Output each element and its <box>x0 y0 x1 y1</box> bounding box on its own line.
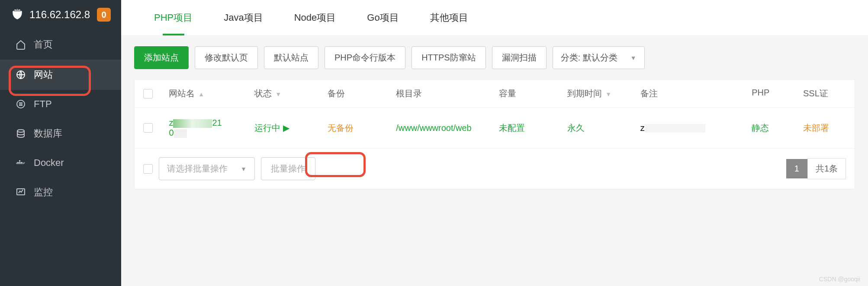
database-icon <box>16 128 26 139</box>
note-cell[interactable]: z <box>640 123 752 133</box>
sidebar-item-label: 网站 <box>34 68 53 81</box>
https-button[interactable]: HTTPS防窜站 <box>411 46 486 69</box>
ftp-icon <box>16 99 26 109</box>
sites-table: 网站名 ▲ 状态 ▼ 备份 根目录 容量 到期时间 ▼ 备注 PHP SSL证 … <box>134 79 855 189</box>
default-site-button[interactable]: 默认站点 <box>264 46 318 69</box>
select-all-checkbox[interactable] <box>143 89 153 99</box>
globe-icon <box>16 70 26 80</box>
sidebar-item-home[interactable]: 首页 <box>0 29 121 60</box>
sort-icon: ▼ <box>273 91 281 98</box>
col-capacity: 容量 <box>499 88 567 99</box>
svg-point-2 <box>17 130 24 132</box>
status-cell[interactable]: 运行中▶ <box>254 122 327 134</box>
col-name[interactable]: 网站名 ▲ <box>169 88 254 99</box>
row-checkbox[interactable] <box>143 123 153 133</box>
add-site-button[interactable]: 添加站点 <box>134 46 189 69</box>
col-root: 根目录 <box>396 88 499 99</box>
page-total: 共1条 <box>807 158 846 179</box>
sidebar-item-label: 监控 <box>34 186 53 199</box>
table-footer: 请选择批量操作 ▼ 批量操作 1 共1条 <box>135 149 855 189</box>
table-row: z21 0 运行中▶ 无备份 /www/wwwroot/web 未配置 永久 z… <box>135 108 855 149</box>
censored-text <box>645 124 705 133</box>
batch-action-button[interactable]: 批量操作 <box>261 157 315 180</box>
modify-default-button[interactable]: 修改默认页 <box>195 46 258 69</box>
col-expire[interactable]: 到期时间 ▼ <box>567 88 640 99</box>
capacity-cell[interactable]: 未配置 <box>499 122 567 134</box>
category-select[interactable]: 分类: 默认分类 ▼ <box>553 46 645 69</box>
tab-node[interactable]: Node项目 <box>279 0 352 35</box>
sort-icon: ▼ <box>604 91 611 98</box>
footer-checkbox[interactable] <box>143 164 153 174</box>
page-1-button[interactable]: 1 <box>786 159 807 178</box>
censored-text <box>174 129 187 138</box>
logo-icon <box>10 8 24 22</box>
root-cell[interactable]: /www/wwwroot/web <box>396 123 499 133</box>
col-backup: 备份 <box>328 88 396 99</box>
sidebar-item-database[interactable]: 数据库 <box>0 118 121 149</box>
svg-rect-6 <box>19 160 20 162</box>
notification-badge[interactable]: 0 <box>97 8 111 22</box>
sidebar: 116.62.162.8 0 首页 网站 FTP 数据库 Docker 监控 <box>0 0 121 286</box>
server-ip: 116.62.162.8 <box>29 9 92 21</box>
expire-cell[interactable]: 永久 <box>567 122 640 134</box>
ssl-cell[interactable]: 未部署 <box>803 122 846 134</box>
tab-php[interactable]: PHP项目 <box>138 0 208 35</box>
pagination: 1 共1条 <box>786 158 846 179</box>
chevron-down-icon: ▼ <box>241 165 247 172</box>
home-icon <box>16 39 26 50</box>
backup-cell[interactable]: 无备份 <box>328 122 396 134</box>
docker-icon <box>16 158 26 168</box>
sidebar-item-label: 数据库 <box>34 127 62 140</box>
monitor-icon <box>16 187 26 197</box>
sidebar-item-label: Docker <box>34 157 64 168</box>
chevron-down-icon: ▼ <box>630 54 637 61</box>
site-name-cell[interactable]: z21 0 <box>169 118 254 138</box>
play-icon: ▶ <box>283 123 289 133</box>
php-cli-button[interactable]: PHP命令行版本 <box>325 46 405 69</box>
sort-icon: ▲ <box>196 91 204 98</box>
main-content: PHP项目 Java项目 Node项目 Go项目 其他项目 添加站点 修改默认页… <box>121 0 868 286</box>
sidebar-header: 116.62.162.8 0 <box>0 0 121 29</box>
col-note: 备注 <box>640 88 752 99</box>
sidebar-item-monitor[interactable]: 监控 <box>0 177 121 207</box>
category-label: 分类: 默认分类 <box>561 52 617 64</box>
col-status[interactable]: 状态 ▼ <box>254 88 327 99</box>
toolbar: 添加站点 修改默认页 默认站点 PHP命令行版本 HTTPS防窜站 漏洞扫描 分… <box>121 36 868 79</box>
tab-java[interactable]: Java项目 <box>208 0 278 35</box>
sidebar-item-ftp[interactable]: FTP <box>0 90 121 118</box>
censored-text <box>173 119 212 128</box>
batch-select[interactable]: 请选择批量操作 ▼ <box>159 157 255 180</box>
sidebar-item-docker[interactable]: Docker <box>0 149 121 177</box>
sidebar-item-label: 首页 <box>34 38 53 51</box>
vuln-scan-button[interactable]: 漏洞扫描 <box>492 46 547 69</box>
col-php: PHP <box>752 88 803 99</box>
table-header: 网站名 ▲ 状态 ▼ 备份 根目录 容量 到期时间 ▼ 备注 PHP SSL证 <box>135 80 855 108</box>
col-ssl: SSL证 <box>803 88 846 99</box>
watermark: CSDN @gooqii <box>819 276 860 283</box>
php-cell[interactable]: 静态 <box>752 122 803 134</box>
sidebar-item-label: FTP <box>34 99 52 110</box>
tab-go[interactable]: Go项目 <box>351 0 414 35</box>
tab-other[interactable]: 其他项目 <box>415 0 484 35</box>
project-tabs: PHP项目 Java项目 Node项目 Go项目 其他项目 <box>121 0 868 36</box>
sidebar-item-website[interactable]: 网站 <box>0 60 121 90</box>
batch-placeholder: 请选择批量操作 <box>167 163 228 175</box>
